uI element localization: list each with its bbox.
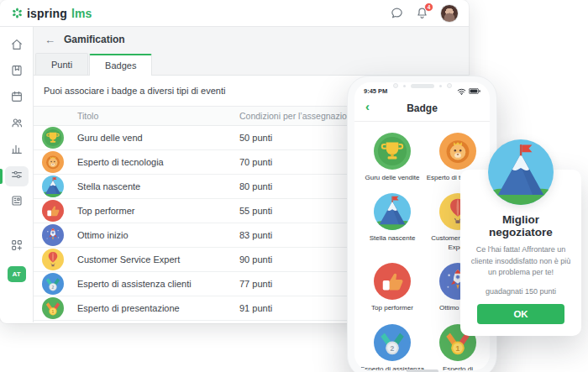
badge-title: Esperto di presentazione — [77, 303, 239, 313]
back-arrow-icon[interactable]: ← — [45, 34, 55, 45]
lion-badge-icon — [42, 151, 64, 173]
notification-badge: 4 — [424, 3, 433, 12]
apps-plus-icon — [10, 238, 24, 255]
tab-badges[interactable]: Badges — [89, 54, 152, 76]
home-icon — [10, 38, 24, 55]
brand-logo: ispring lms — [11, 7, 92, 20]
column-title: Titolo — [77, 111, 239, 121]
badge-title: Top performer — [77, 206, 239, 216]
sidebar-item[interactable] — [5, 62, 29, 82]
flower-logo-icon — [11, 7, 24, 19]
sensor-dot-icon — [403, 85, 406, 87]
sidebar-item[interactable] — [5, 36, 29, 56]
svg-text:1: 1 — [52, 309, 55, 314]
svg-text:1: 1 — [456, 343, 460, 352]
courses-icon — [10, 64, 24, 81]
lion-badge-icon — [439, 133, 476, 170]
popup-title: Miglior negoziatore — [470, 213, 571, 238]
trophy-badge-icon — [42, 127, 64, 149]
gamification-icon — [10, 168, 24, 185]
badge-title: Customer Service Expert — [77, 254, 239, 265]
reports-icon — [10, 142, 24, 159]
topbar: ispring lms 4 — [0, 0, 469, 27]
phone-header: ‹ Badge — [354, 95, 490, 122]
popup-earned-points: guadagnati 150 punti — [470, 287, 571, 296]
brand-suffix: lms — [71, 7, 92, 20]
page-header: ← Gamification — [34, 27, 469, 52]
sidebar-item[interactable] — [5, 166, 29, 186]
sidebar-item[interactable] — [5, 114, 29, 134]
documents-icon — [10, 194, 24, 211]
speaker-icon — [411, 84, 434, 88]
phone-badge-item[interactable]: 2 Esperto di assistenza clienti — [360, 324, 425, 370]
sensor-dot-icon — [439, 85, 442, 87]
sidebar-item[interactable] — [5, 192, 29, 212]
ok-button[interactable]: OK — [477, 304, 564, 324]
wifi-icon — [457, 88, 466, 95]
sidebar-apps-button[interactable] — [5, 237, 29, 257]
trophy-badge-icon — [374, 133, 411, 170]
user-avatar[interactable] — [440, 4, 459, 23]
phone-badge-label: Stella nascente — [360, 234, 425, 243]
account-initials-badge[interactable]: AT — [8, 266, 26, 282]
bell-icon[interactable]: 4 — [415, 6, 429, 20]
camera-icon — [393, 83, 398, 88]
svg-text:2: 2 — [52, 285, 55, 290]
phone-badge-item[interactable]: Top performer — [360, 263, 425, 312]
badge-title: Esperto di tecnologia — [77, 157, 239, 167]
page: ispring lms 4 — [0, 0, 588, 372]
calendar-icon — [10, 90, 24, 107]
badge-title: Esperto di assistenza clienti — [77, 279, 239, 289]
badge-title: Guru delle vend — [77, 133, 239, 143]
phone-badge-item[interactable]: Guru delle vendite — [360, 133, 425, 182]
status-icons — [457, 88, 480, 95]
medal1-badge-icon: 1 — [42, 297, 64, 319]
popup-mountain-badge-icon — [488, 139, 554, 205]
thumbsup-badge-icon — [42, 200, 64, 222]
badge-title: Ottimo inizio — [77, 230, 239, 240]
chat-icon[interactable] — [390, 6, 404, 20]
phone-page-title: Badge — [407, 102, 438, 114]
status-time: 9:45 PM — [364, 87, 387, 95]
badge-title: Stella nascente — [77, 181, 239, 191]
popup-body-text: Ce l’hai fatta! Affrontare un cliente in… — [470, 244, 571, 279]
users-icon — [10, 116, 24, 133]
page-title: Gamification — [64, 34, 125, 45]
topbar-actions: 4 — [390, 4, 459, 23]
thumbsup-badge-icon — [374, 263, 411, 300]
tab-bar: Punti Badges — [34, 52, 469, 75]
balloon-badge-icon — [42, 249, 64, 270]
sidebar-item[interactable] — [5, 140, 29, 160]
rocket-badge-icon — [42, 224, 64, 246]
battery-icon — [469, 88, 480, 94]
phone-badge-label: Top performer — [360, 304, 425, 312]
mountain-badge-icon — [374, 193, 411, 230]
medal2-badge-icon: 2 — [42, 273, 64, 295]
sidebar: AT — [0, 27, 34, 322]
brand-name: ispring — [27, 7, 67, 20]
phone-badge-item[interactable]: Stella nascente — [360, 193, 425, 252]
phone-badge-label: Guru delle vendite — [360, 174, 425, 182]
svg-text:2: 2 — [391, 343, 395, 352]
phone-notch-sensors — [393, 83, 452, 88]
sidebar-item[interactable] — [5, 88, 29, 108]
tab-punti[interactable]: Punti — [35, 53, 88, 75]
mountain-badge-icon — [42, 176, 64, 197]
phone-back-chevron-icon[interactable]: ‹ — [365, 100, 370, 113]
camera-icon — [447, 83, 452, 88]
medal2-badge-icon: 2 — [374, 324, 411, 361]
